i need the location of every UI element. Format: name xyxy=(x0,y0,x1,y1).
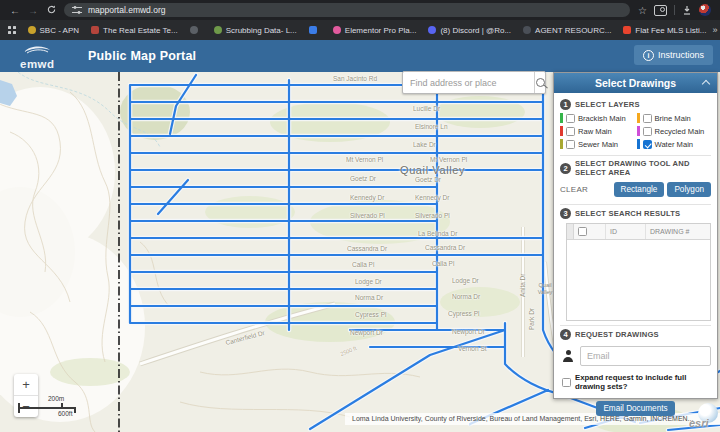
street-label: Calla Pl xyxy=(352,261,374,268)
bookmark-favicon xyxy=(214,26,222,34)
bookmark-item[interactable]: The Real Estate Te... xyxy=(91,26,178,35)
clear-button[interactable]: CLEAR xyxy=(560,185,588,194)
reload-icon[interactable] xyxy=(42,5,60,16)
search-button[interactable] xyxy=(534,72,545,93)
expand-request-checkbox[interactable] xyxy=(562,378,571,387)
emwd-logo[interactable]: emwd xyxy=(20,43,55,72)
bookmark-item[interactable]: SBC - APN xyxy=(28,26,80,35)
bookmark-favicon xyxy=(428,26,436,34)
browser-address-bar: ← → mapportal.emwd.org ☆ ⋮ xyxy=(0,0,720,20)
place-label: Quail Valley xyxy=(400,164,465,176)
step-badge: 3 xyxy=(560,208,571,219)
section-search-results: 3 SELECT SEARCH RESULTS xyxy=(560,204,711,221)
omnibox[interactable]: mapportal.emwd.org xyxy=(64,3,630,17)
layer-color-swatch xyxy=(560,113,563,123)
bookmark-item[interactable]: AGENT RESOURC... xyxy=(523,26,611,35)
street-label: Mt Vernon Pl xyxy=(430,156,467,163)
layer-color-swatch xyxy=(637,126,640,136)
layer-brackish-main[interactable]: Brackish Main xyxy=(560,113,635,123)
layer-checkbox[interactable] xyxy=(566,114,575,123)
results-table-body xyxy=(567,240,710,320)
bookmark-item[interactable]: (8) Discord | @Ro... xyxy=(428,26,511,35)
layer-checkbox[interactable] xyxy=(566,127,575,136)
street-label: Silverado Pl xyxy=(415,212,450,219)
person-icon xyxy=(562,350,574,362)
bookmarks-bar: SBC - APN The Real Estate Te... Scrubbin… xyxy=(0,20,720,40)
select-all-checkbox[interactable] xyxy=(578,227,587,236)
search-input[interactable] xyxy=(403,72,534,93)
bookmark-item[interactable]: Elementor Pro Pla... xyxy=(333,26,417,35)
bookmark-favicon xyxy=(190,26,198,34)
street-label: Mt Vernon Pl xyxy=(346,156,383,163)
layer-water-main[interactable]: Water Main xyxy=(637,139,712,149)
layer-checkbox[interactable] xyxy=(566,140,575,149)
street-label: Kennedy Dr xyxy=(415,194,449,201)
bookmarks-overflow-chevron[interactable]: » xyxy=(713,25,718,35)
email-documents-button[interactable]: Email Documents xyxy=(596,401,674,416)
instructions-button[interactable]: i Instructions xyxy=(634,45,713,65)
layer-color-swatch xyxy=(637,113,640,123)
street-label: Cassandra Dr xyxy=(425,244,465,251)
divider xyxy=(674,5,675,15)
section-request-drawings: 4 REQUEST DRAWINGS xyxy=(560,325,711,342)
street-label: Cassandra Dr xyxy=(347,245,387,252)
column-drawing: DRAWING # xyxy=(646,224,710,239)
info-icon: i xyxy=(643,50,654,61)
apps-grid-icon[interactable] xyxy=(8,26,16,34)
email-field[interactable] xyxy=(580,346,711,366)
step-badge: 2 xyxy=(560,163,571,174)
street-label: Elsinore Ln xyxy=(415,123,448,130)
street-label: Cypress Pl xyxy=(448,310,479,317)
bookmark-item[interactable]: Flat Fee MLS Listi... xyxy=(623,26,706,35)
bookmark-favicon xyxy=(28,26,36,34)
profile-avatar[interactable] xyxy=(699,4,711,16)
layer-checkbox-checked[interactable] xyxy=(643,140,652,149)
layer-raw-main[interactable]: Raw Main xyxy=(560,126,635,136)
page-title: Public Map Portal xyxy=(88,49,196,63)
scale-metric-label: 200m xyxy=(48,395,64,402)
bookmark-favicon xyxy=(523,26,531,34)
street-label: Anita Dr xyxy=(519,274,526,297)
polygon-tool-button[interactable]: Polygon xyxy=(667,182,711,197)
street-label: Lodge Dr xyxy=(452,277,479,284)
layer-checkbox[interactable] xyxy=(643,114,652,123)
street-label: Lodge Dr xyxy=(355,278,382,285)
bookmark-item[interactable]: Scrubbing Data- L... xyxy=(214,26,297,35)
bookmark-item[interactable] xyxy=(190,26,202,34)
street-label: Goetz Dr xyxy=(415,176,441,183)
layer-brine-main[interactable]: Brine Main xyxy=(637,113,712,123)
street-label: Kennedy Dr xyxy=(350,194,384,201)
back-icon[interactable]: ← xyxy=(6,5,24,16)
column-id: ID xyxy=(606,224,646,239)
section-select-layers: 1 SELECT LAYERS xyxy=(560,96,711,112)
email-row xyxy=(560,342,711,371)
screen: { "browser": { "url": "mapportal.emwd.or… xyxy=(0,0,720,432)
layer-sewer-main[interactable]: Sewer Main xyxy=(560,139,635,149)
street-label: Cypress Pl xyxy=(355,311,386,318)
download-icon[interactable] xyxy=(682,5,692,15)
emwd-swoosh-icon xyxy=(22,43,52,54)
rectangle-tool-button[interactable]: Rectangle xyxy=(614,182,665,197)
step-badge: 1 xyxy=(560,99,571,110)
collapse-chevron-icon[interactable] xyxy=(702,80,710,88)
bookmark-favicon xyxy=(623,26,631,34)
street-label: Goetz Dr xyxy=(350,175,376,182)
select-drawings-panel: Select Drawings 1 SELECT LAYERS Brackish… xyxy=(553,72,718,399)
forward-icon[interactable]: → xyxy=(24,5,42,16)
site-info-icon[interactable] xyxy=(72,6,82,14)
side-search-icon[interactable] xyxy=(654,5,667,16)
street-label: Newport Dr xyxy=(452,328,485,335)
layer-checkbox-grid: Brackish Main Raw Main Sewer Main Br xyxy=(560,112,711,153)
layer-color-swatch xyxy=(560,126,563,136)
layer-checkbox[interactable] xyxy=(643,127,652,136)
step-badge: 4 xyxy=(560,329,571,340)
bookmark-item[interactable] xyxy=(309,26,321,34)
zoom-in-button[interactable]: + xyxy=(14,374,38,396)
layer-recycled-main[interactable]: Recycled Main xyxy=(637,126,712,136)
bookmark-star-icon[interactable]: ☆ xyxy=(638,5,647,16)
panel-header[interactable]: Select Drawings xyxy=(554,73,717,93)
street-label: Lake Dr xyxy=(413,141,436,148)
expand-row: Expand request to include full drawing s… xyxy=(560,371,711,395)
street-label: Norma Dr xyxy=(452,293,480,300)
panel-title: Select Drawings xyxy=(595,77,676,89)
